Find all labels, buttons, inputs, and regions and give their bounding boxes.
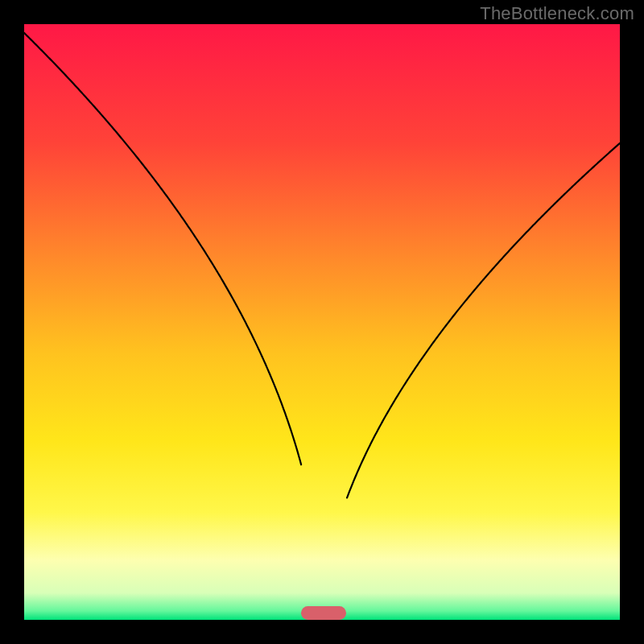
chart-plot-area: [24, 24, 620, 620]
watermark-text: TheBottleneck.com: [480, 3, 634, 24]
chart-frame: TheBottleneck.com: [0, 0, 644, 644]
optimum-marker: [301, 606, 346, 620]
curve-right: [347, 143, 620, 497]
chart-curves: [24, 24, 620, 620]
curve-left: [24, 33, 301, 464]
